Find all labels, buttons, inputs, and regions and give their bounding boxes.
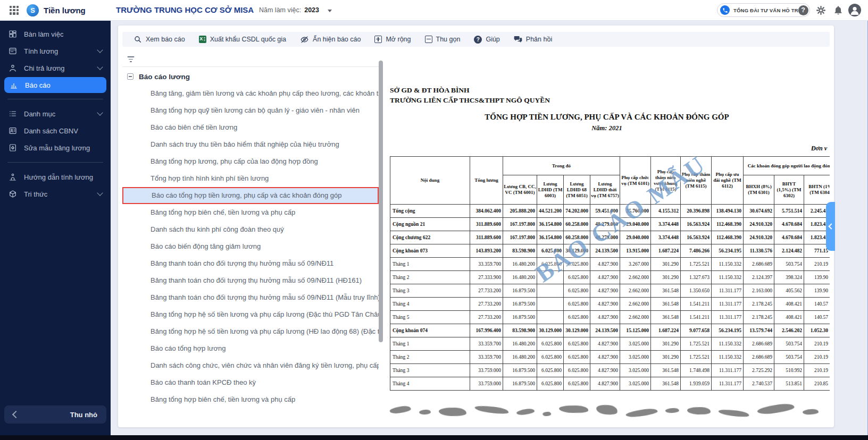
value-cell: 140.57 <box>804 311 830 324</box>
sidebar-item-danh-sach-cbnv[interactable]: Danh sách CBNV <box>0 122 111 139</box>
report-tree-item[interactable]: Báo cáo biên chế tiền lương <box>122 119 379 136</box>
report-tree-item[interactable]: Bảng tổng hợp hệ số tiền lương và phụ cấ… <box>122 323 379 340</box>
value-cell: 56.234.195 <box>712 324 744 337</box>
value-cell: 11.150.332 <box>712 337 744 351</box>
help-icon[interactable]: ? <box>797 4 809 16</box>
value-cell: 2.178.245 <box>744 298 774 311</box>
value-cell: 36.154.800 <box>537 218 564 231</box>
value-cell: 2.725.292 <box>744 364 774 377</box>
sidebar-item-chi-tra-luong[interactable]: Chi trả lương <box>0 60 111 77</box>
value-cell: 408.421 <box>774 298 804 311</box>
gear-icon[interactable] <box>814 4 827 16</box>
value-cell: 24.139.500 <box>590 324 620 337</box>
chevron-down-icon <box>97 109 103 115</box>
report-tree-item[interactable]: Tổng hợp tình hình kinh phí tiền lương <box>122 170 379 187</box>
report-tree-item[interactable]: Bảng thanh toán cho đối tượng thụ hưởng … <box>122 255 379 272</box>
report-tree-item[interactable]: Bảng tổng hợp biên chế, tiền lương và ph… <box>122 391 379 408</box>
value-cell: 1.327.673 <box>681 271 712 284</box>
table-row: Tháng 227.333.90016.480.2006.025.8004.82… <box>390 271 830 284</box>
toolbar-button-mo-rong[interactable]: Mở rộng <box>368 32 418 47</box>
value-cell: 30.129.000 <box>564 244 590 258</box>
value-cell: 2.124.397 <box>744 271 774 284</box>
value-cell: 1.687.224 <box>651 244 681 258</box>
report-tree-item[interactable]: Bảng thanh toán cho đối tượng thụ hưởng … <box>122 272 379 289</box>
value-cell: 2.686.689 <box>744 351 774 364</box>
value-cell: 16.563.924 <box>681 218 712 231</box>
toolbar-button-label: Xuất khẩu CSDL quốc gia <box>210 36 286 43</box>
toolbar-button-thu-gon[interactable]: Thu gọn <box>418 32 468 47</box>
toolbar-button-phan-hoi[interactable]: Phản hồi <box>507 32 559 47</box>
report-tree-item[interactable]: Bảng tăng, giảm tiền lương và các khoản … <box>122 85 379 102</box>
tree-scrollbar-thumb[interactable] <box>379 61 383 342</box>
value-cell: 6.025.800 <box>564 298 590 311</box>
table-row: Tổng cộng384.062.400205.888.20044.521.20… <box>390 205 830 218</box>
right-panel-toggle[interactable] <box>826 202 835 251</box>
toolbar-button-label: Giúp <box>486 36 499 43</box>
apps-grid-icon[interactable] <box>10 6 19 15</box>
report-tree-item[interactable]: Danh sách thu kinh phí công đoàn theo qu… <box>122 221 379 238</box>
toolbar-button-giup[interactable]: ?Giúp <box>467 32 506 47</box>
tree-items: Bảng tăng, giảm tiền lương và các khoản … <box>122 85 379 408</box>
sidebar-item-bao-cao[interactable]: Báo cáo <box>4 77 106 93</box>
report-tree-item[interactable]: Bảng tổng hợp biên chế, tiền lương và ph… <box>122 204 379 221</box>
avatar[interactable] <box>848 4 861 16</box>
value-cell: 1.687.224 <box>651 324 681 337</box>
value-cell: 3.374.448 <box>651 231 681 244</box>
value-cell: 6.025.800 <box>537 244 564 258</box>
sidebar-item-danh-muc[interactable]: Danh mục <box>0 105 111 122</box>
value-cell: 11.311.177 <box>712 284 744 298</box>
row-label-cell: Cộng khoản 073 <box>390 244 470 258</box>
report-tree-item[interactable]: Báo cáo tổng hợp lương <box>122 340 379 357</box>
sidebar-divider <box>7 162 103 163</box>
bell-icon[interactable] <box>832 4 845 16</box>
report-tree-item[interactable]: Danh sách truy thu tiền bảo hiểm thất ng… <box>122 136 379 153</box>
report-table: Nội dungTổng lươngTrong đóPhụ cấp chức v… <box>390 156 830 391</box>
row-label-cell: Cộng khoản 074 <box>390 324 470 337</box>
collapse-box-icon[interactable] <box>127 73 133 80</box>
toolbar-button-xem-bao-cao[interactable]: Xem báo cáo <box>127 32 192 47</box>
sidebar-item-sua-mau-bang-luong[interactable]: Sửa mẫu bảng lương <box>0 139 111 156</box>
sidebar-item-huong-dan-tinh-luong[interactable]: Hướng dẫn tính lương <box>0 168 111 185</box>
value-cell: 16.879.500 <box>503 364 537 377</box>
report-tree-item[interactable]: Danh sách công chức, viên chức và nhân v… <box>122 357 379 374</box>
report-tree-item[interactable]: Báo cáo biến động tăng giảm lương <box>122 238 379 255</box>
report-tree-item[interactable]: Báo cáo thanh toán KPCĐ theo kỳ <box>122 374 379 391</box>
value-cell: 29.040.000 <box>620 231 651 244</box>
toolbar-button-an-hien-bao-cao[interactable]: Ẩn hiện báo cáo <box>293 32 368 47</box>
value-cell: 6.025.800 <box>537 351 564 364</box>
report-tree-item[interactable]: Bảng tổng hợp quỹ tiền lương cán bộ quản… <box>122 102 379 119</box>
tree-group-report-luong[interactable]: Báo cáo lương <box>122 68 379 85</box>
chevron-down-icon <box>328 10 332 12</box>
top-header-bar: S Tiền lương TRƯỜNG TRUNG HỌC CƠ SỞ MISA… <box>0 0 868 21</box>
value-cell: 16.480.200 <box>503 351 537 364</box>
sidebar-collapse-button[interactable]: Thu nhỏ <box>4 405 106 424</box>
value-cell: 2.546.202 <box>774 324 804 337</box>
value-cell: 29.040.000 <box>620 218 651 231</box>
working-year-dropdown[interactable]: Năm làm việc: 2023 <box>259 6 332 14</box>
toolbar-button-xuat-khau-csdl[interactable]: Xuất khẩu CSDL quốc gia <box>192 32 293 47</box>
value-cell: 27.733.200 <box>470 284 503 298</box>
value-cell: 3.267.000 <box>620 258 651 271</box>
report-tree-item[interactable]: Bảng thanh toán cho đối tượng thụ hưởng … <box>122 289 379 306</box>
sidebar-item-tri-thuc[interactable]: Tri thức <box>0 185 111 202</box>
support-hotline-button[interactable]: TỔNG ĐÀI TƯ VẤN HỖ TRỢ <box>717 3 810 17</box>
value-cell: 11.150.332 <box>712 271 744 284</box>
sidebar-item-dashboard[interactable]: Bàn làm việc <box>0 26 111 43</box>
sidebar-item-tinh-luong[interactable]: Tính lương <box>0 43 111 60</box>
salary-icon <box>9 47 17 55</box>
report-tree-item-selected[interactable]: Báo cáo tổng hợp tiền lương, phụ cấp và … <box>122 187 379 204</box>
value-cell: 139.90 <box>804 284 830 298</box>
value-cell: 4.827.900 <box>590 337 620 351</box>
report-tree-item[interactable]: Bảng tổng hợp lương, phụ cấp của lao độn… <box>122 153 379 170</box>
value-cell: 2.686.689 <box>744 258 774 271</box>
value-cell: 6.025.800 <box>564 337 590 351</box>
value-cell <box>537 298 564 311</box>
value-cell: 30.129.000 <box>564 324 590 337</box>
filter-icon[interactable] <box>127 56 135 63</box>
report-tree-item[interactable]: Bảng tổng hợp hệ số tiền lương và phụ cấ… <box>122 306 379 323</box>
feedback-icon <box>514 35 522 44</box>
value-cell: 361.548 <box>651 284 681 298</box>
value-cell: 11.311.177 <box>712 311 744 324</box>
value-cell: 1.725.521 <box>681 351 712 364</box>
sidebar-item-label: Danh mục <box>24 110 55 118</box>
